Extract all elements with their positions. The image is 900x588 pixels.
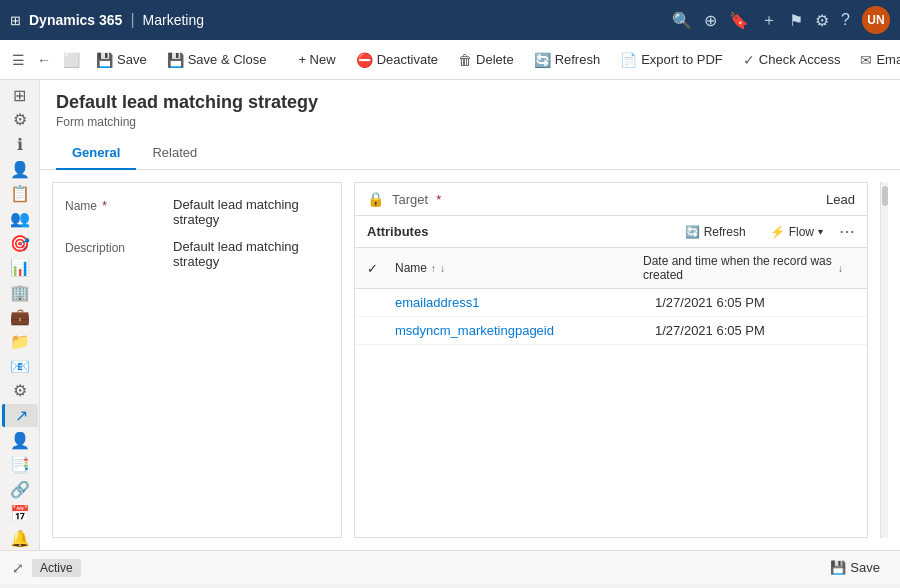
status-save-icon: 💾 (830, 560, 846, 575)
sidebar-item-notifications[interactable]: 🔔 (2, 527, 38, 550)
user-avatar[interactable]: UN (862, 6, 890, 34)
menu-toggle-icon[interactable]: ☰ (8, 48, 29, 72)
name-sort-asc-icon[interactable]: ↑ (431, 263, 436, 274)
attr-date-2: 1/27/2021 6:05 PM (655, 323, 855, 338)
table-row: msdyncm_marketingpageid 1/27/2021 6:05 P… (355, 317, 867, 345)
sidebar-item-leads[interactable]: 💼 (2, 306, 38, 329)
sidebar-item-users[interactable]: 👤 (2, 429, 38, 452)
refresh-button[interactable]: 🔄 Refresh (526, 44, 609, 76)
target-label: Target (392, 192, 428, 207)
refresh-icon: 🔄 (534, 52, 551, 68)
deactivate-icon: ⛔ (356, 52, 373, 68)
expand-icon[interactable]: ⤢ (12, 560, 24, 576)
sidebar-item-accounts[interactable]: 🏢 (2, 281, 38, 304)
back-icon[interactable]: ← (33, 48, 55, 72)
sidebar-item-info[interactable]: ℹ (2, 133, 38, 156)
attributes-table: emailaddress1 1/27/2021 6:05 PM msdyncm_… (355, 289, 867, 537)
email-link-button[interactable]: ✉ Email a Link (852, 44, 900, 76)
status-left: ⤢ Active (12, 559, 81, 577)
sidebar-item-contacts[interactable]: 👤 (2, 158, 38, 181)
check-access-button[interactable]: ✓ Check Access (735, 44, 849, 76)
status-badge: Active (32, 559, 81, 577)
top-bar-right-icons: 🔍 ⊕ 🔖 ＋ ⚑ ⚙ ? UN (672, 6, 890, 34)
delete-icon: 🗑 (458, 52, 472, 68)
sidebar-item-templates[interactable]: 📑 (2, 453, 38, 476)
target-header: 🔒 Target * Lead (355, 183, 867, 216)
attr-flow-icon: ⚡ (770, 225, 785, 239)
attr-name-emailaddress1[interactable]: emailaddress1 (395, 295, 651, 310)
form-fields-panel: Name * Default lead matching strategy De… (52, 182, 342, 538)
attr-flow-button[interactable]: ⚡ Flow ▾ (762, 223, 831, 241)
target-value: Lead (826, 192, 855, 207)
name-value[interactable]: Default lead matching strategy (173, 197, 329, 227)
attributes-column-header: ✓ Name ↑ ↓ Date and time when the record… (355, 248, 867, 289)
save-button[interactable]: 💾 Save (88, 44, 155, 76)
recent-icon[interactable]: ⊕ (704, 11, 717, 30)
help-icon[interactable]: ? (841, 11, 850, 29)
page-subtitle: Form matching (56, 115, 884, 129)
attr-refresh-button[interactable]: 🔄 Refresh (677, 223, 754, 241)
settings-icon[interactable]: ⚙ (815, 11, 829, 30)
attr-more-icon[interactable]: ⋯ (839, 222, 855, 241)
sidebar-item-calendar[interactable]: 📅 (2, 503, 38, 526)
sidebar-item-settings[interactable]: ⚙ (2, 109, 38, 132)
top-navigation-bar: ⊞ Dynamics 365 | Marketing 🔍 ⊕ 🔖 ＋ ⚑ ⚙ ?… (0, 0, 900, 40)
new-button[interactable]: + New (290, 44, 343, 76)
bookmark-icon[interactable]: 🔖 (729, 11, 749, 30)
lock-icon: 🔒 (367, 191, 384, 207)
breadcrumb-toolbar: ☰ ← ⬜ 💾 Save 💾 Save & Close + New ⛔ Deac… (0, 40, 900, 80)
sidebar-item-active[interactable]: ↗ (2, 404, 38, 427)
add-icon[interactable]: ＋ (761, 10, 777, 31)
app-grid-button[interactable]: ⊞ (10, 13, 21, 28)
save-close-icon: 💾 (167, 52, 184, 68)
attributes-toolbar: Attributes 🔄 Refresh ⚡ Flow ▾ ⋯ (355, 216, 867, 248)
sidebar-item-insights[interactable]: 📊 (2, 256, 38, 279)
sidebar-item-lists[interactable]: 📋 (2, 183, 38, 206)
search-icon[interactable]: 🔍 (672, 11, 692, 30)
sidebar-item-email[interactable]: 📧 (2, 355, 38, 378)
main-layout: ⊞ ⚙ ℹ 👤 📋 👥 🎯 📊 🏢 💼 📁 📧 ⚙ ↗ 👤 📑 🔗 📅 🔔 De… (0, 80, 900, 550)
sidebar-item-marketing[interactable]: 🎯 (2, 232, 38, 255)
tab-related[interactable]: Related (136, 137, 213, 170)
sidebar-item-files[interactable]: 📁 (2, 330, 38, 353)
vertical-scrollbar[interactable] (880, 182, 888, 538)
attr-refresh-icon: 🔄 (685, 225, 700, 239)
check-access-icon: ✓ (743, 52, 755, 68)
save-btn-icon: 💾 (96, 52, 113, 68)
form-content: Name * Default lead matching strategy De… (40, 170, 900, 550)
sidebar-item-config[interactable]: ⚙ (2, 380, 38, 403)
sidebar-item-segments[interactable]: 👥 (2, 207, 38, 230)
tablet-view-icon[interactable]: ⬜ (59, 48, 84, 72)
status-save-button[interactable]: 💾 Save (822, 556, 888, 579)
deactivate-button[interactable]: ⛔ Deactivate (348, 44, 446, 76)
name-field-row: Name * Default lead matching strategy (53, 191, 341, 233)
email-link-icon: ✉ (860, 52, 872, 68)
attributes-panel: 🔒 Target * Lead Attributes 🔄 Refresh ⚡ (354, 182, 868, 538)
name-sort-desc-icon[interactable]: ↓ (440, 263, 445, 274)
tab-general[interactable]: General (56, 137, 136, 170)
description-label: Description (65, 239, 165, 255)
main-content-area: Default lead matching strategy Form matc… (40, 80, 900, 550)
select-all-checkbox[interactable]: ✓ (367, 261, 391, 276)
name-column-header: Name ↑ ↓ (395, 261, 639, 275)
left-sidebar: ⊞ ⚙ ℹ 👤 📋 👥 🎯 📊 🏢 💼 📁 📧 ⚙ ↗ 👤 📑 🔗 📅 🔔 (0, 80, 40, 550)
attr-name-msdyncm[interactable]: msdyncm_marketingpageid (395, 323, 651, 338)
description-field-row: Description Default lead matching strate… (53, 233, 341, 275)
sidebar-item-home[interactable]: ⊞ (2, 84, 38, 107)
attr-flow-dropdown-icon: ▾ (818, 226, 823, 237)
title-separator: | (130, 11, 134, 29)
date-column-header: Date and time when the record was create… (643, 254, 843, 282)
save-close-button[interactable]: 💾 Save & Close (159, 44, 275, 76)
name-label: Name * (65, 197, 165, 213)
app-name: Dynamics 365 (29, 12, 122, 28)
description-value[interactable]: Default lead matching strategy (173, 239, 329, 269)
export-pdf-icon: 📄 (620, 52, 637, 68)
filter-icon[interactable]: ⚑ (789, 11, 803, 30)
export-pdf-button[interactable]: 📄 Export to PDF (612, 44, 731, 76)
delete-button[interactable]: 🗑 Delete (450, 44, 522, 76)
page-header: Default lead matching strategy Form matc… (40, 80, 900, 170)
date-filter-icon[interactable]: ↓ (838, 263, 843, 274)
sidebar-item-integrations[interactable]: 🔗 (2, 478, 38, 501)
module-name: Marketing (143, 12, 204, 28)
name-required-indicator: * (102, 199, 107, 213)
